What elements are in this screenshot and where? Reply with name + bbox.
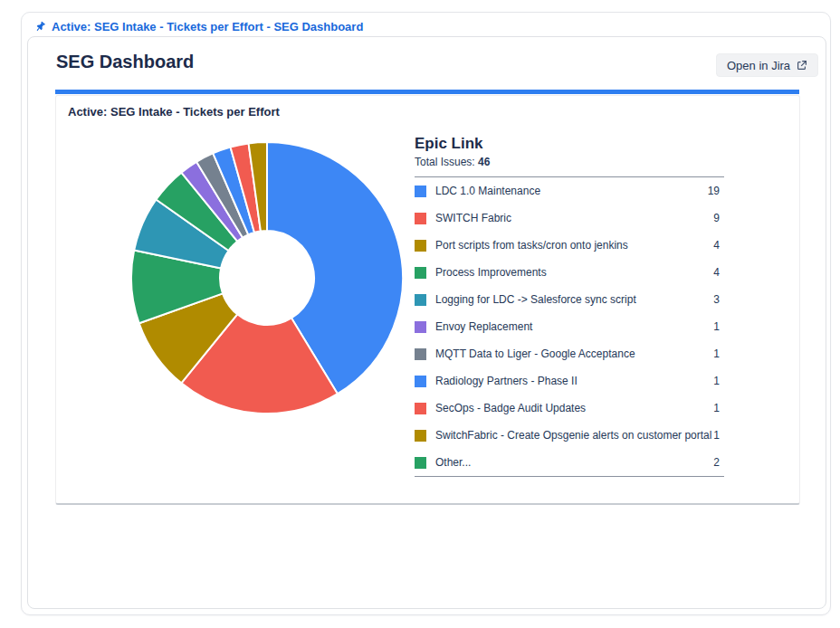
legend-value: 9 — [713, 212, 724, 224]
legend-bottom-rule — [415, 476, 724, 477]
page-title: SEG Dashboard — [56, 52, 194, 72]
legend-label: Envoy Replacement — [435, 320, 713, 333]
legend-label: SwitchFabric - Create Opsgenie alerts on… — [435, 429, 713, 442]
legend-value: 4 — [713, 239, 724, 252]
legend-label: SecOps - Badge Audit Updates — [435, 402, 713, 414]
dashboard-window: Active: SEG Intake - Tickets per Effort … — [21, 12, 831, 615]
legend-swatch — [415, 267, 426, 279]
legend-row: Logging for LDC -> Salesforce sync scrip… — [415, 286, 724, 313]
legend-title: Epic Link — [415, 135, 724, 153]
legend-swatch — [415, 457, 426, 469]
legend-row: SwitchFabric - Create Opsgenie alerts on… — [415, 422, 724, 449]
legend-value: 2 — [713, 456, 724, 469]
legend-swatch — [415, 376, 426, 387]
legend-swatch — [415, 430, 426, 442]
chart-title: Active: SEG Intake - Tickets per Effort — [68, 105, 280, 119]
dashboard-card: SEG Dashboard Open in Jira Active: SEG I… — [27, 36, 826, 609]
legend-label: LDC 1.0 Maintenance — [435, 185, 708, 197]
legend-row: SWITCH Fabric9 — [415, 205, 724, 232]
legend-swatch — [415, 294, 426, 306]
legend-row: Other...2 — [415, 449, 724, 476]
open-in-jira-label: Open in Jira — [727, 59, 790, 72]
open-in-jira-button[interactable]: Open in Jira — [716, 53, 818, 77]
legend-label: Other... — [435, 456, 713, 469]
legend-label: MQTT Data to Liger - Google Acceptance — [435, 347, 713, 360]
legend-total-label: Total Issues: — [415, 156, 475, 168]
legend-row: LDC 1.0 Maintenance19 — [415, 177, 724, 205]
legend-row: Envoy Replacement1 — [415, 313, 724, 340]
legend-value: 1 — [713, 375, 724, 387]
accent-divider — [55, 90, 799, 94]
legend-rows: LDC 1.0 Maintenance19SWITCH Fabric9Port … — [415, 177, 724, 476]
legend-total: Total Issues: 46 — [415, 156, 724, 168]
legend-value: 1 — [713, 429, 724, 442]
legend-swatch — [415, 321, 426, 333]
legend-swatch — [415, 403, 426, 414]
legend-label: Logging for LDC -> Salesforce sync scrip… — [435, 293, 713, 306]
pin-icon — [34, 21, 46, 33]
legend-row: SecOps - Badge Audit Updates1 — [415, 395, 724, 422]
legend-label: Port scripts from tasks/cron onto jenkin… — [435, 239, 713, 252]
legend-swatch — [415, 240, 426, 252]
pinned-tab-label: Active: SEG Intake - Tickets per Effort … — [52, 20, 363, 33]
legend-swatch — [415, 213, 426, 224]
legend-value: 1 — [713, 402, 724, 414]
legend-value: 4 — [713, 266, 724, 279]
legend-row: Process Improvements4 — [415, 259, 724, 286]
legend-swatch — [415, 348, 426, 360]
donut-chart — [129, 139, 406, 416]
legend-swatch — [415, 186, 426, 197]
legend-label: Radiology Partners - Phase II — [435, 375, 713, 387]
legend-label: SWITCH Fabric — [435, 212, 713, 224]
legend-value: 3 — [713, 293, 724, 306]
legend-value: 1 — [713, 347, 724, 360]
legend-row: MQTT Data to Liger - Google Acceptance1 — [415, 340, 724, 367]
legend-total-value: 46 — [478, 156, 490, 168]
external-link-icon — [797, 60, 807, 71]
legend-value: 1 — [713, 320, 724, 333]
legend-value: 19 — [708, 185, 724, 197]
legend-row: Port scripts from tasks/cron onto jenkin… — [415, 232, 724, 259]
chart-legend: Epic Link Total Issues: 46 LDC 1.0 Maint… — [415, 135, 724, 477]
legend-label: Process Improvements — [435, 266, 713, 279]
pinned-tab[interactable]: Active: SEG Intake - Tickets per Effort … — [34, 20, 363, 33]
chart-panel: Active: SEG Intake - Tickets per Effort … — [55, 95, 800, 505]
legend-row: Radiology Partners - Phase II1 — [415, 367, 724, 395]
